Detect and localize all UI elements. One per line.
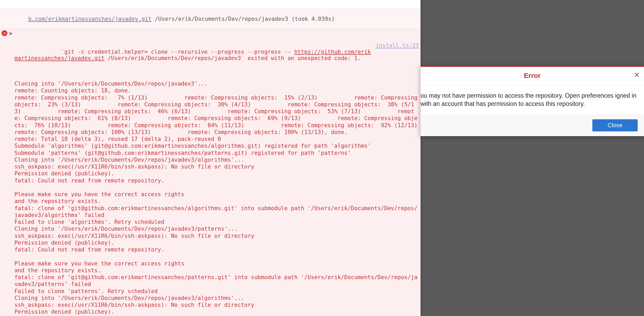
modal-footer: Close [421, 115, 644, 136]
devtools-console-panel: b.com/erikmartinessanches/javadev.git /U… [0, 0, 421, 316]
git-output-log: Cloning into '/Users/erik/Documents/Dev/… [14, 80, 419, 316]
modal-title: Error [524, 72, 541, 80]
modal-header: Error ✕ [421, 67, 644, 86]
error-icon: ✕ [2, 30, 7, 36]
console-entry-info[interactable]: b.com/erikmartinessanches/javadev.git /U… [0, 9, 421, 29]
modal-body-text: ou may not have permission to access the… [421, 86, 644, 115]
console-entry-error[interactable]: ✕ ▶ `git -c credential.helper= clone --r… [0, 29, 421, 316]
git-command-suffix: /Users/erik/Documents/Dev/repos/javadev3… [104, 55, 361, 61]
clone-path-text: /Users/erik/Documents/Dev/repos/javadev3… [152, 16, 335, 22]
error-modal: Error ✕ ou may not have permission to ac… [421, 66, 644, 136]
disclosure-triangle-icon[interactable]: ▶ [9, 30, 13, 36]
source-link[interactable]: install.ts:23 [373, 42, 419, 68]
close-button[interactable]: Close [592, 119, 638, 131]
console-toolbar [0, 0, 421, 9]
repo-url-fragment[interactable]: b.com/erikmartinessanches/javadev.git [28, 16, 152, 22]
git-command-prefix: `git -c credential.helper= clone --recur… [61, 49, 294, 55]
close-icon[interactable]: ✕ [634, 71, 640, 79]
